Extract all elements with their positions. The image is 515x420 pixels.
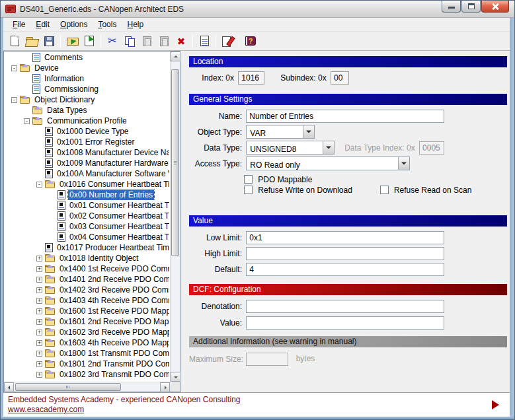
tree-item[interactable]: 0x02 Consumer Heartbeat Time <box>5 211 169 221</box>
collapse-toggle-icon[interactable]: - <box>11 65 17 71</box>
properties-panel: Location Index: 0x Subindex: 0x General … <box>180 51 510 392</box>
scroll-right-button[interactable] <box>160 382 170 392</box>
tree-item[interactable]: 0x04 Consumer Heartbeat Time <box>5 232 169 242</box>
tree-item[interactable]: +0x1402 3rd Receive PDO Commun <box>5 285 169 295</box>
title-bar[interactable]: DS401_Generic.eds - CANopen Architect ED… <box>1 1 514 18</box>
tree-item[interactable]: +0x1018 Identity Object <box>5 253 169 263</box>
expand-toggle-icon[interactable]: + <box>36 372 42 378</box>
menu-edit[interactable]: Edit <box>30 18 55 31</box>
name-input[interactable] <box>246 110 444 123</box>
tree-item[interactable]: -Object Dictionary <box>5 94 169 105</box>
maximize-button[interactable] <box>461 1 481 13</box>
tree-item[interactable]: -Communication Profile <box>5 116 169 126</box>
tree-item[interactable]: 0x1001 Error Register <box>5 137 169 147</box>
tree-item[interactable]: Information <box>5 73 169 84</box>
tree-item[interactable]: 0x03 Consumer Heartbeat Time <box>5 221 169 232</box>
collapse-toggle-icon[interactable]: - <box>24 118 30 124</box>
close-button[interactable] <box>481 1 509 13</box>
export-file-button[interactable] <box>81 34 97 49</box>
chevron-down-icon[interactable] <box>303 125 314 138</box>
tree-item[interactable]: 0x100A Manufacturer Software Ver <box>5 168 169 179</box>
new-document-button[interactable] <box>7 34 22 49</box>
expand-toggle-icon[interactable]: + <box>36 256 42 262</box>
scroll-left-button[interactable] <box>4 382 14 392</box>
tree-item[interactable]: 0x1008 Manufacturer Device Name <box>5 147 169 158</box>
refuse-write-checkbox[interactable] <box>244 186 253 194</box>
high-limit-input[interactable] <box>246 247 444 260</box>
horizontal-scroll-thumb[interactable] <box>15 383 121 391</box>
minimize-button[interactable] <box>442 1 461 13</box>
object-type-select[interactable]: VAR <box>246 125 315 139</box>
tree-item[interactable]: +0x1802 3rd Transmit PDO Commun <box>5 369 169 380</box>
menu-tools[interactable]: Tools <box>93 18 122 31</box>
delete-button[interactable]: ✖ <box>173 34 189 49</box>
scroll-down-button[interactable] <box>171 372 180 382</box>
paste-button[interactable] <box>139 34 155 49</box>
tree-item[interactable]: +0x1401 2nd Receive PDO Commur <box>5 274 169 285</box>
paste-insert-button[interactable] <box>156 34 172 49</box>
tree-item[interactable]: +0x1803 4th Transmit PDO Commun <box>5 380 169 381</box>
tree-item[interactable]: -Device <box>5 63 169 73</box>
refuse-read-checkbox[interactable] <box>380 186 389 194</box>
menu-options[interactable]: Options <box>55 18 93 31</box>
index-input[interactable] <box>238 71 264 85</box>
expand-toggle-icon[interactable]: + <box>36 308 42 314</box>
expand-toggle-icon[interactable]: + <box>36 266 42 272</box>
dcf-value-input[interactable] <box>246 316 444 330</box>
menu-file[interactable]: File <box>7 18 30 31</box>
edit-check-eds-button[interactable] <box>219 34 235 49</box>
collapse-toggle-icon[interactable]: - <box>36 182 42 188</box>
expand-toggle-icon[interactable]: + <box>36 319 42 325</box>
bytes-label: bytes <box>296 354 315 363</box>
vertical-scroll-thumb[interactable] <box>171 69 179 256</box>
access-type-select[interactable]: RO Read only <box>246 157 410 170</box>
scroll-up-button[interactable] <box>171 52 180 61</box>
expand-toggle-icon[interactable]: + <box>36 340 42 346</box>
tree-item[interactable]: +0x1600 1st Receive PDO Mapping <box>5 306 169 316</box>
tree-item[interactable]: +0x1403 4th Receive PDO Commun <box>5 295 169 306</box>
tree-item[interactable]: Data Types <box>5 105 169 116</box>
denotation-input[interactable] <box>246 300 444 313</box>
expand-toggle-icon[interactable]: + <box>36 277 42 283</box>
tree-horizontal-scrollbar[interactable] <box>4 382 170 392</box>
tree-item[interactable]: 0x00 Number of Entries <box>5 190 169 200</box>
tree-item[interactable]: -0x1016 Consumer Heartbeat Time <box>5 179 169 190</box>
expand-toggle-icon[interactable]: + <box>36 351 42 357</box>
tree-item[interactable]: 0x1009 Manufacturer Hardware Ve <box>5 158 169 168</box>
tree-item[interactable]: 0x1017 Producer Heartbeat Time <box>5 242 169 253</box>
open-file-button[interactable] <box>24 34 40 49</box>
default-input[interactable] <box>246 263 444 276</box>
expand-toggle-icon[interactable]: + <box>36 330 42 335</box>
data-type-select[interactable]: UNSIGNED8 <box>246 141 335 155</box>
chevron-down-icon[interactable] <box>323 141 334 154</box>
tree-item[interactable]: +0x1601 2nd Receive PDO Mapping <box>5 316 169 327</box>
tree-item[interactable]: 0x1000 Device Type <box>5 126 169 137</box>
menu-help[interactable]: Help <box>122 18 149 31</box>
low-limit-input[interactable] <box>246 231 444 244</box>
cut-button[interactable]: ✂ <box>104 34 120 49</box>
subindex-input[interactable] <box>331 71 349 85</box>
tree-item[interactable]: +0x1800 1st Transmit PDO Communi <box>5 348 169 359</box>
tree-item[interactable]: +0x1801 2nd Transmit PDO Commur <box>5 359 169 369</box>
expand-toggle-icon[interactable]: + <box>36 361 42 367</box>
expand-toggle-icon[interactable]: + <box>36 298 42 304</box>
chevron-down-icon[interactable] <box>398 157 409 170</box>
esacademy-link[interactable]: www.esacademy.com <box>8 405 84 414</box>
tree-item[interactable]: 0x01 Consumer Heartbeat Time <box>5 200 169 211</box>
tree-item[interactable]: +0x1602 3rd Receive PDO Mapping <box>5 327 169 337</box>
tree-item[interactable]: Commissioning <box>5 84 169 94</box>
tree-item[interactable]: Comments <box>5 52 169 63</box>
tree-item-label: 0x1016 Consumer Heartbeat Time <box>58 179 169 190</box>
pdo-mappable-checkbox[interactable] <box>244 175 253 184</box>
save-file-button[interactable] <box>41 34 57 49</box>
tree-vertical-scrollbar[interactable] <box>170 52 180 382</box>
expand-toggle-icon[interactable]: + <box>36 287 42 293</box>
tree-item[interactable]: +0x1400 1st Receive PDO Communi <box>5 263 169 274</box>
collapse-toggle-icon[interactable]: - <box>11 97 17 103</box>
copy-button[interactable] <box>122 34 138 49</box>
import-file-button[interactable] <box>64 34 80 49</box>
help-manual-button[interactable]: ? <box>243 34 258 49</box>
report-button[interactable] <box>196 34 212 49</box>
cut-scissors-icon: ✂ <box>108 36 116 46</box>
tree-item[interactable]: +0x1603 4th Receive PDO Mapping <box>5 337 169 348</box>
